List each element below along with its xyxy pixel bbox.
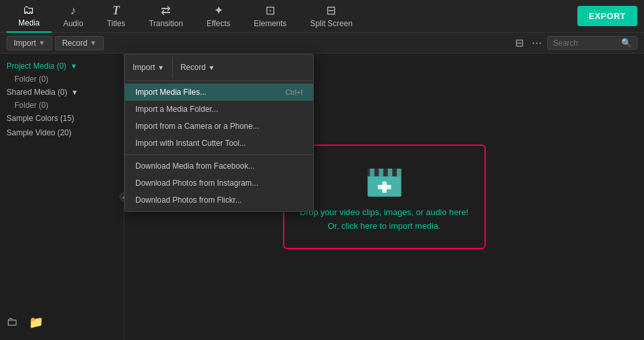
import-menu-label: Import [133, 63, 155, 72]
sidebar-item-project-media[interactable]: Project Media (0) ▼ [0, 59, 124, 73]
nav-splitscreen-label: Split Screen [310, 19, 352, 28]
content-panel: Import ▼ Record ▼ Import Media Files... … [124, 54, 644, 340]
sample-colors-label: Sample Colors (15) [7, 114, 74, 123]
record-label: Record [62, 39, 88, 48]
media-icon: 🗂 [23, 4, 35, 16]
record-button[interactable]: Record ▼ [55, 36, 104, 50]
add-media-icon[interactable]: 🗀 [7, 315, 18, 330]
shared-media-label: Shared Media (0) [7, 88, 67, 97]
nav-splitscreen[interactable]: ⊟ Split Screen [298, 0, 364, 33]
menu-divider-2 [125, 154, 313, 155]
import-arrow-icon: ▼ [39, 39, 45, 46]
record-menu-label: Record [180, 63, 206, 72]
splitscreen-icon: ⊟ [326, 5, 336, 16]
nav-media[interactable]: 🗂 Media [7, 0, 52, 33]
svg-rect-3 [379, 169, 383, 177]
main-area: Project Media (0) ▼ Folder (0) Shared Me… [0, 54, 644, 340]
add-folder-icon[interactable]: 📁 [29, 315, 43, 330]
nav-audio-label: Audio [63, 19, 84, 28]
sidebar-item-folder1[interactable]: Folder (0) [0, 73, 124, 85]
facebook-label: Download Media from Facebook... [135, 162, 255, 171]
search-box: 🔍 [547, 36, 637, 50]
drop-zone-line2: Or, click here to import media. [300, 220, 469, 233]
record-arrow-icon: ▼ [90, 39, 97, 46]
folder1-label: Folder (0) [14, 75, 48, 84]
sidebar-item-sample-colors[interactable]: Sample Colors (15) [0, 111, 124, 126]
dropdown-header: Import ▼ Record ▼ [125, 57, 313, 78]
import-files-shortcut: Ctrl+I [285, 88, 303, 96]
titles-icon: T [112, 5, 120, 16]
folder2-label: Folder (0) [14, 101, 48, 110]
shared-media-chevron-icon: ▼ [71, 88, 78, 96]
search-input[interactable] [553, 39, 619, 48]
menu-item-instagram[interactable]: Download Photos from Instagram... [125, 175, 313, 192]
menu-divider [125, 80, 313, 81]
sidebar-bottom: 🗀 📁 [0, 310, 124, 335]
svg-rect-2 [369, 169, 374, 177]
elements-icon: ⊡ [265, 5, 275, 16]
nav-media-label: Media [18, 18, 40, 27]
nav-effects-label: Effects [207, 19, 230, 28]
import-label: Import [14, 39, 36, 48]
sample-video-label: Sample Video (20) [7, 128, 71, 137]
import-files-label: Import Media Files... [135, 88, 207, 97]
import-trigger-arrow-icon: ▼ [158, 64, 164, 71]
transition-icon: ⇄ [161, 5, 171, 16]
menu-item-import-camera[interactable]: Import from a Camera or a Phone... [125, 118, 313, 135]
record-trigger[interactable]: Record ▼ [173, 57, 223, 78]
nav-elements[interactable]: ⊡ Elements [242, 0, 298, 33]
instant-cutter-label: Import with Instant Cutter Tool... [135, 139, 246, 148]
menu-item-import-folder[interactable]: Import a Media Folder... [125, 101, 313, 118]
nav-audio[interactable]: ♪ Audio [52, 0, 95, 33]
sidebar: Project Media (0) ▼ Folder (0) Shared Me… [0, 54, 124, 340]
sidebar-item-folder2[interactable]: Folder (0) [0, 99, 124, 111]
flickr-label: Download Photos from Flickr... [135, 196, 242, 205]
grid-icon[interactable]: ⋯ [532, 37, 542, 49]
import-camera-label: Import from a Camera or a Phone... [135, 122, 259, 131]
project-media-label: Project Media (0) [7, 61, 66, 71]
import-trigger[interactable]: Import ▼ [125, 57, 173, 78]
svg-rect-7 [377, 185, 391, 190]
nav-titles-label: Titles [107, 19, 125, 28]
menu-item-instant-cutter[interactable]: Import with Instant Cutter Tool... [125, 135, 313, 152]
audio-icon: ♪ [71, 5, 76, 16]
clapperboard-icon [362, 160, 407, 199]
toolbar: Import ▼ Record ▼ ⊟ ⋯ 🔍 [0, 33, 644, 54]
search-icon: 🔍 [621, 38, 632, 48]
instagram-label: Download Photos from Instagram... [135, 178, 258, 188]
effects-icon: ✦ [214, 5, 224, 16]
filter-icon[interactable]: ⊟ [515, 37, 524, 49]
nav-transition-label: Transition [149, 19, 183, 28]
import-button[interactable]: Import ▼ [7, 36, 52, 50]
import-folder-label: Import a Media Folder... [135, 105, 218, 114]
nav-effects[interactable]: ✦ Effects [195, 0, 242, 33]
record-trigger-arrow-icon: ▼ [209, 64, 215, 71]
top-navigation: 🗂 Media ♪ Audio T Titles ⇄ Transition ✦ … [0, 0, 644, 33]
sidebar-item-sample-video[interactable]: Sample Video (20) [0, 126, 124, 140]
nav-elements-label: Elements [254, 19, 286, 28]
drop-zone-line1: Drop your video clips, images, or audio … [300, 206, 469, 220]
svg-rect-5 [396, 169, 401, 177]
menu-item-flickr[interactable]: Download Photos from Flickr... [125, 192, 313, 209]
import-dropdown-menu: Import ▼ Record ▼ Import Media Files... … [124, 54, 314, 212]
project-media-chevron-icon: ▼ [70, 62, 77, 70]
menu-item-facebook[interactable]: Download Media from Facebook... [125, 158, 313, 175]
export-button[interactable]: EXPORT [577, 6, 637, 26]
nav-titles[interactable]: T Titles [95, 0, 137, 33]
drop-zone-text: Drop your video clips, images, or audio … [300, 206, 469, 233]
svg-rect-4 [388, 169, 392, 177]
menu-item-import-files[interactable]: Import Media Files... Ctrl+I [125, 84, 313, 101]
sidebar-item-shared-media[interactable]: Shared Media (0) ▼ [0, 85, 124, 99]
nav-transition[interactable]: ⇄ Transition [137, 0, 195, 33]
